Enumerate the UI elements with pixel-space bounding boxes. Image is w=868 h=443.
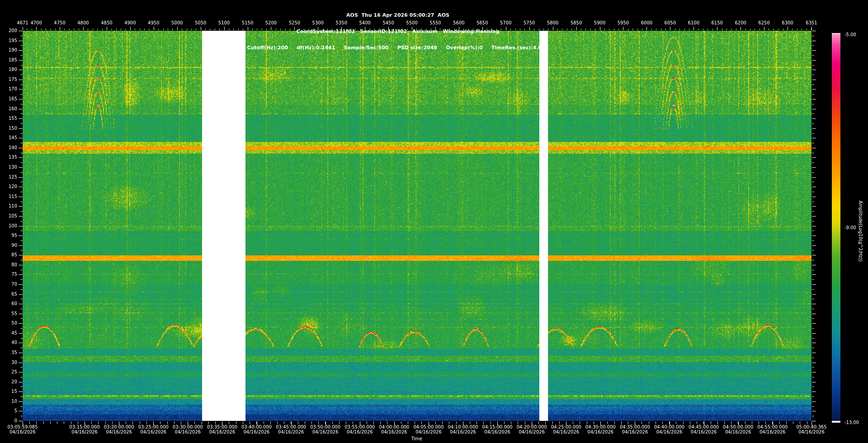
time-tick-label: 04:30:00.000 [585, 425, 616, 429]
top-axis-tick-label: 6250 [758, 21, 769, 25]
date-tick-label: 04/16/2026 [415, 430, 442, 434]
freq-axis-tick-label: 140 [4, 146, 17, 150]
top-axis-tick-label: 5150 [242, 21, 253, 25]
time-tick-label: 03:05:59.085 [7, 425, 38, 429]
freq-axis-tick-label: 180 [4, 67, 17, 72]
top-axis-tick-label: 4850 [101, 21, 112, 25]
time-tick-label: 03:20:00.000 [104, 425, 134, 429]
spectrogram-display: AOS Thu 16 Apr 2026 05:00:27 AOS CoordSy… [0, 0, 868, 443]
date-tick-label: 04/16/2026 [656, 430, 683, 434]
freq-axis-tick-label: 190 [4, 48, 17, 52]
freq-axis-tick-label: 195 [4, 38, 17, 43]
colorbar-tick-label: -13.00 [844, 420, 859, 425]
freq-axis-tick-label: 5 [4, 409, 17, 413]
freq-axis-tick-label: 100 [4, 224, 17, 228]
time-tick-label: 04:50:00.000 [723, 425, 753, 429]
time-tick-label: 04:00:00.000 [379, 425, 409, 429]
freq-axis-tick-label: 105 [4, 214, 17, 218]
freq-axis-tick-label: 20 [4, 380, 17, 384]
freq-axis-tick-label: 70 [4, 282, 17, 287]
time-tick-label: 03:45:00.000 [276, 425, 306, 429]
top-axis-tick-label: 6150 [711, 21, 722, 25]
freq-axis-tick-label: 25 [4, 370, 17, 374]
top-axis-tick-label: 4671 [17, 21, 28, 25]
freq-axis-tick-label: 130 [4, 165, 17, 170]
date-tick-label: 04/16/2026 [691, 430, 717, 434]
freq-axis-tick-label: 10 [4, 399, 17, 404]
freq-axis-tick-label: 85 [4, 253, 17, 257]
freq-axis-tick-label: 145 [4, 136, 17, 140]
date-tick-label: 04/16/2026 [209, 430, 236, 434]
top-axis-tick-label: 5550 [429, 21, 441, 25]
time-tick-label: 04:40:00.000 [654, 425, 684, 429]
top-axis-tick-label: 5450 [382, 21, 394, 25]
header-settings-line2: Cutoff(Hz):200 df(Hz):0.2441 Sample/Sec:… [23, 45, 773, 51]
freq-axis-tick-label: 115 [4, 194, 17, 199]
spectrogram-canvas [0, 0, 868, 443]
date-tick-label: 04/16/2026 [622, 430, 648, 434]
time-tick-label: 03:25:00.000 [138, 425, 169, 429]
time-tick-label: 03:50:00.000 [310, 425, 340, 429]
header-title: AOS Thu 16 Apr 2026 05:00:27 AOS [23, 13, 773, 18]
freq-axis-tick-label: 35 [4, 350, 17, 355]
freq-axis-tick-label: 15 [4, 389, 17, 394]
top-axis-tick-label: 5600 [453, 21, 464, 25]
date-tick-label: 04/16/2026 [588, 430, 614, 434]
date-tick-label: 04/16/2026 [9, 430, 36, 434]
time-tick-label: 03:30:00.000 [173, 425, 203, 429]
date-tick-label: 04/16/2026 [71, 430, 98, 434]
top-axis-tick-label: 4700 [30, 21, 42, 25]
freq-axis-tick-label: 125 [4, 175, 17, 179]
top-axis-tick-label: 4800 [77, 21, 89, 25]
colorbar-tick-label: -5.00 [844, 33, 856, 37]
time-tick-label: 04:20:00.000 [517, 425, 547, 429]
time-tick-label: 03:55:00.000 [344, 425, 375, 429]
date-tick-label: 04/16/2026 [760, 430, 786, 434]
freq-axis-tick-label: 200 [4, 28, 17, 33]
freq-axis-tick-label: 175 [4, 77, 17, 82]
time-tick-label: 04:35:00.000 [620, 425, 650, 429]
date-tick-label: 04/16/2026 [278, 430, 304, 434]
freq-axis-tick-label: 50 [4, 321, 17, 325]
top-axis-tick-label: 5750 [524, 21, 535, 25]
date-tick-label: 04/16/2026 [106, 430, 132, 434]
date-tick-label: 04/16/2026 [450, 430, 476, 434]
date-tick-label: 04/16/2026 [484, 430, 510, 434]
top-axis-tick-label: 5350 [336, 21, 347, 25]
top-axis-tick-label: 6000 [641, 21, 652, 25]
colorbar-axis-title: Amplitude(Log10(g^2/Hz)) [858, 201, 863, 262]
top-axis-tick-label: 5400 [359, 21, 370, 25]
freq-axis-tick-label: 165 [4, 97, 17, 101]
date-tick-label: 04/16/2026 [553, 430, 579, 434]
freq-axis-tick-label: 75 [4, 272, 17, 277]
date-tick-label: 04/16/2026 [798, 430, 825, 434]
top-axis-tick-label: 5250 [289, 21, 300, 25]
top-axis-tick-label: 6351 [806, 21, 817, 25]
freq-axis-tick-label: 60 [4, 302, 17, 306]
freq-axis-tick-label: 90 [4, 243, 17, 248]
time-tick-label: 03:15:00.000 [70, 425, 100, 429]
top-axis-tick-label: 6300 [782, 21, 793, 25]
freq-axis-tick-label: 80 [4, 263, 17, 267]
top-axis-tick-label: 5850 [571, 21, 582, 25]
top-axis-tick-label: 5300 [312, 21, 324, 25]
date-tick-label: 04/16/2026 [175, 430, 201, 434]
freq-axis-tick-label: 55 [4, 311, 17, 316]
top-axis-tick-label: 5000 [171, 21, 183, 25]
top-axis-tick-label: 5050 [195, 21, 206, 25]
top-axis-tick-label: 5800 [547, 21, 558, 25]
top-axis-tick-label: 4950 [148, 21, 159, 25]
date-tick-label: 04/16/2026 [347, 430, 373, 434]
top-axis-tick-label: 5100 [218, 21, 230, 25]
freq-axis-tick-label: 170 [4, 87, 17, 91]
top-axis-tick-label: 5900 [594, 21, 605, 25]
top-axis-tick-label: 5950 [618, 21, 629, 25]
top-axis-tick-label: 5200 [265, 21, 277, 25]
time-tick-label: 03:40:00.000 [241, 425, 272, 429]
freq-axis-tick-label: 95 [4, 233, 17, 238]
time-tick-label: 04:05:00.000 [413, 425, 443, 429]
colorbar-tick-label: -9.00 [844, 226, 856, 230]
freq-axis-tick-label: 0 [4, 419, 17, 423]
freq-axis-tick-label: 150 [4, 126, 17, 131]
time-tick-label: 04:25:00.000 [551, 425, 581, 429]
